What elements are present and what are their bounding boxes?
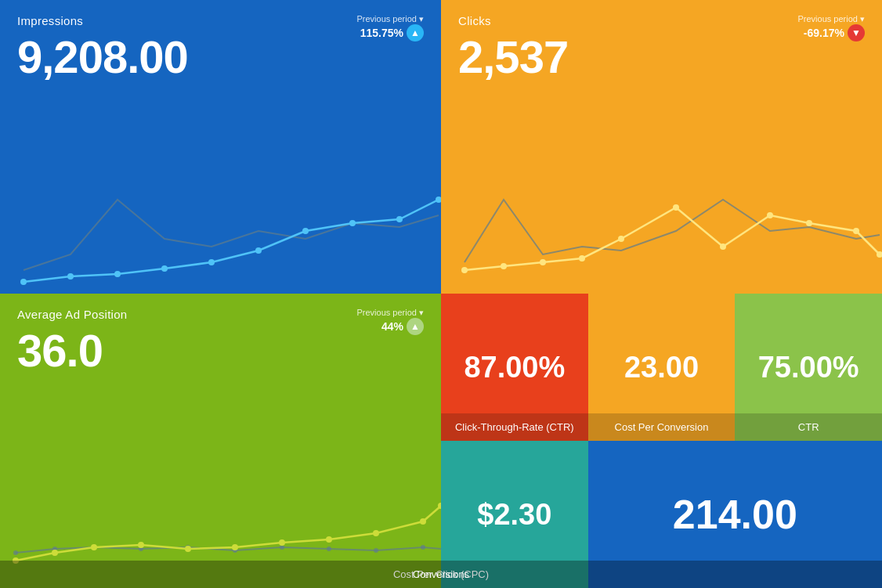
conversions-value: 214.00 bbox=[673, 491, 797, 538]
avg-pos-period-label: Previous period ▾ bbox=[357, 308, 425, 318]
svg-point-32 bbox=[52, 550, 58, 556]
tile-clicks: Clicks 2,537 Previous period ▾ -69.17% ▼ bbox=[441, 0, 882, 294]
svg-point-13 bbox=[579, 255, 585, 262]
svg-point-38 bbox=[326, 536, 332, 543]
cost-per-click-value: $2.30 bbox=[477, 498, 551, 532]
impressions-period-value: 115.75% ▲ bbox=[357, 24, 425, 41]
svg-point-17 bbox=[767, 212, 773, 218]
tile-conversions: 214.00 Conversions bbox=[588, 441, 882, 588]
conversions-label: Conversions bbox=[0, 561, 882, 588]
ctr-label: Click-Through-Rate (CTR) bbox=[441, 413, 588, 441]
svg-point-40 bbox=[420, 518, 426, 525]
avg-pos-period[interactable]: Previous period ▾ 44% ▲ bbox=[357, 308, 425, 335]
clicks-period[interactable]: Previous period ▾ -69.17% ▼ bbox=[798, 14, 866, 41]
svg-point-28 bbox=[327, 547, 331, 551]
svg-point-5 bbox=[255, 247, 262, 254]
svg-point-14 bbox=[618, 236, 624, 242]
tile-ctr2: 75.00% CTR bbox=[735, 294, 882, 441]
clicks-period-label: Previous period ▾ bbox=[798, 14, 866, 24]
impressions-period-label: Previous period ▾ bbox=[357, 14, 425, 24]
svg-point-3 bbox=[161, 265, 168, 272]
metrics-grid: 87.00% Click-Through-Rate (CTR) 23.00 Co… bbox=[441, 294, 882, 588]
tile-cost-per-conversion: 23.00 Cost Per Conversion bbox=[588, 294, 736, 441]
avg-pos-up-arrow: ▲ bbox=[407, 318, 424, 335]
svg-point-0 bbox=[20, 279, 27, 285]
svg-point-1 bbox=[67, 273, 74, 280]
svg-point-6 bbox=[302, 228, 309, 234]
svg-point-39 bbox=[373, 530, 379, 536]
svg-point-4 bbox=[208, 259, 215, 265]
svg-point-21 bbox=[13, 550, 18, 555]
clicks-period-value: -69.17% ▼ bbox=[798, 24, 866, 41]
svg-point-11 bbox=[501, 263, 507, 269]
svg-point-10 bbox=[461, 267, 468, 273]
svg-point-8 bbox=[396, 216, 403, 222]
clicks-chart bbox=[441, 137, 882, 294]
clicks-down-arrow: ▼ bbox=[848, 24, 865, 41]
svg-point-30 bbox=[421, 545, 425, 550]
svg-point-7 bbox=[349, 220, 356, 226]
svg-point-34 bbox=[138, 542, 144, 548]
svg-point-12 bbox=[540, 259, 546, 265]
ctr2-value: 75.00% bbox=[758, 351, 859, 384]
tile-avg-ad-position: Average Ad Position 36.0 Previous period… bbox=[0, 294, 441, 588]
svg-point-36 bbox=[232, 544, 238, 550]
svg-point-33 bbox=[91, 544, 97, 550]
impressions-up-arrow: ▲ bbox=[407, 24, 424, 41]
svg-point-29 bbox=[374, 548, 378, 553]
svg-point-37 bbox=[279, 539, 285, 546]
ctr-value: 87.00% bbox=[464, 351, 565, 384]
svg-point-19 bbox=[853, 228, 859, 234]
svg-point-16 bbox=[720, 243, 726, 250]
tile-impressions: Impressions 9,208.00 Previous period ▾ 1… bbox=[0, 0, 441, 294]
svg-point-35 bbox=[185, 546, 191, 552]
svg-point-18 bbox=[806, 220, 812, 226]
svg-point-15 bbox=[673, 204, 679, 211]
impressions-period[interactable]: Previous period ▾ 115.75% ▲ bbox=[357, 14, 425, 41]
cost-per-conversion-value: 23.00 bbox=[624, 351, 699, 384]
ctr2-label: CTR bbox=[735, 413, 882, 441]
impressions-chart bbox=[0, 137, 441, 294]
tile-ctr: 87.00% Click-Through-Rate (CTR) bbox=[441, 294, 588, 441]
cost-per-conversion-label: Cost Per Conversion bbox=[588, 413, 736, 441]
svg-point-2 bbox=[114, 271, 121, 277]
avg-pos-period-value: 44% ▲ bbox=[357, 318, 425, 335]
